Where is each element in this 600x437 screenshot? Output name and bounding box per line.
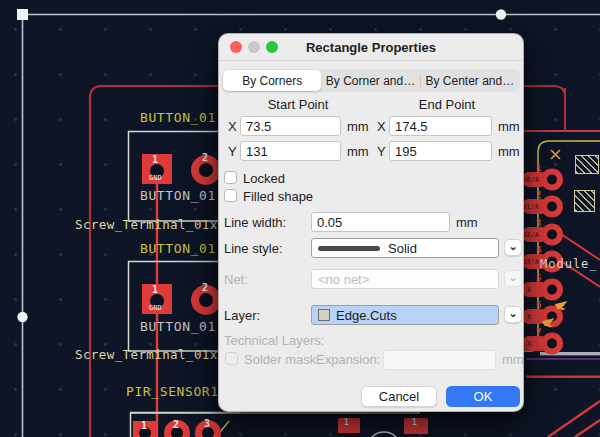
layer-color-swatch (318, 309, 330, 321)
pin-number: 6 (536, 301, 541, 310)
hatched-zone[interactable] (574, 190, 595, 212)
fab-circle (367, 432, 401, 437)
pad-number: 1 (412, 419, 417, 427)
origin-cross (551, 150, 560, 159)
layer-label: Layer: (224, 308, 260, 323)
footprint-value[interactable]: Screw_Terminal_01x (75, 349, 218, 362)
module-name[interactable]: Module_ (540, 258, 598, 270)
cancel-button[interactable]: Cancel (361, 386, 437, 407)
expansion-unit: mm (502, 352, 524, 367)
end-y-label: Y (377, 144, 386, 159)
filled-shape-label: Filled shape (243, 189, 313, 204)
hatched-zone[interactable] (575, 155, 599, 174)
footprint-refdes[interactable]: PIR_SENSOR1 (126, 385, 219, 398)
chevron-down-icon: ⌄ (508, 308, 517, 319)
pin-number: 1 (536, 164, 541, 173)
line-style-combo[interactable]: Solid (311, 238, 499, 258)
pad-number: 2 (173, 420, 179, 430)
expansion-input (383, 350, 496, 370)
footprint-fab-text[interactable]: BUTTON_01 (140, 189, 216, 202)
pad-number: 1 (344, 419, 349, 427)
footprint-refdes[interactable]: BUTTON_01 (140, 242, 216, 255)
pad-number: 2 (202, 153, 208, 163)
pin-label: X (527, 314, 531, 321)
chevron-down-icon: ⌄ (508, 272, 517, 283)
technical-layers-heading: Technical Layers: (224, 333, 324, 348)
line-style-dropdown-button[interactable]: ⌄ (504, 239, 522, 256)
pad-number: 2 (202, 283, 208, 293)
solder-mask-checkbox (225, 352, 238, 365)
footprint-value[interactable]: Screw_Terminal_01x (75, 219, 218, 232)
line-width-input[interactable] (311, 212, 450, 232)
end-x-input[interactable] (389, 116, 492, 136)
end-y-unit: mm (498, 144, 520, 159)
pad-number: 3 (204, 419, 210, 429)
pin-label: X (527, 287, 531, 294)
tab-by-corners[interactable]: By Corners (223, 70, 321, 91)
tab-by-corner-and[interactable]: By Corner and… (321, 70, 419, 91)
ok-button[interactable]: OK (446, 386, 520, 407)
pin-number: 5 (536, 274, 541, 283)
solid-line-icon (318, 246, 380, 251)
pin-label: D2/A (522, 232, 539, 239)
end-x-unit: mm (498, 119, 520, 134)
pin-label: X (527, 341, 531, 348)
pin-number: 4 (536, 246, 541, 255)
mode-tabs: By Corners By Corner and… By Center and… (222, 69, 520, 92)
locked-label: Locked (243, 171, 285, 186)
dialog-titlebar[interactable]: Rectangle Properties (219, 34, 523, 61)
end-y-input[interactable] (389, 141, 492, 161)
dialog-title: Rectangle Properties (219, 40, 523, 55)
start-y-unit: mm (347, 144, 369, 159)
pin-label: D3/A (522, 259, 539, 266)
rectangle-properties-dialog: Rectangle Properties By Corners By Corne… (218, 33, 524, 412)
chevron-down-icon: ⌄ (508, 241, 517, 252)
locked-checkbox[interactable] (224, 171, 237, 184)
net-dropdown-button: ⌄ (504, 270, 522, 287)
pin-number: 3 (536, 219, 541, 228)
start-y-input[interactable] (240, 141, 341, 161)
line-style-label: Line style: (224, 241, 283, 256)
footprint-refdes[interactable]: BUTTON_01 (140, 111, 216, 124)
pad-number: 1 (152, 155, 158, 165)
start-point-heading: Start Point (233, 97, 363, 112)
end-x-label: X (377, 119, 386, 134)
start-x-input[interactable] (240, 116, 341, 136)
pin-label: D1/A (522, 204, 539, 211)
layer-dropdown-button[interactable]: ⌄ (504, 306, 522, 323)
start-x-unit: mm (347, 119, 369, 134)
purple-line (526, 358, 600, 360)
pad-net-label: GND (149, 175, 162, 182)
net-combo: <no net> (311, 269, 499, 289)
pad-number: 1 (152, 285, 158, 295)
pin-number: 7 (536, 328, 541, 337)
filled-shape-checkbox[interactable] (224, 189, 237, 202)
pad-number: 1 (141, 421, 147, 431)
expansion-label: Expansion: (316, 352, 380, 367)
end-point-heading: End Point (382, 97, 512, 112)
line-width-label: Line width: (224, 215, 286, 230)
footprint-fab-text[interactable]: BUTTON_01 (140, 320, 216, 333)
pin-label: D0/A (522, 177, 539, 184)
pin-number: 2 (536, 191, 541, 200)
tab-by-center-and[interactable]: By Center and… (421, 70, 519, 91)
layer-combo[interactable]: Edge.Cuts (311, 305, 499, 325)
net-label: Net: (224, 272, 248, 287)
solder-mask-label: Solder mask (244, 352, 316, 367)
start-y-label: Y (228, 144, 237, 159)
pad-net-label: GND (149, 305, 162, 312)
start-x-label: X (228, 119, 237, 134)
line-width-unit: mm (456, 215, 478, 230)
